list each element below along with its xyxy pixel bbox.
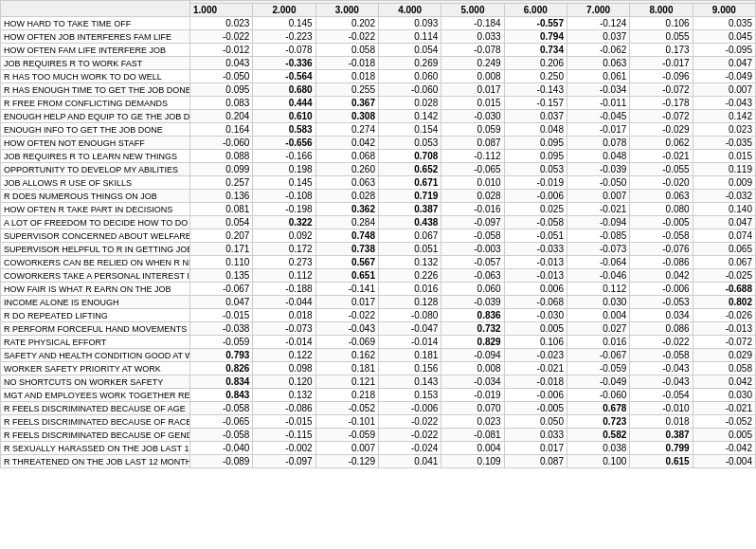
cell-value: 0.037 — [567, 30, 629, 44]
cell-value: -0.022 — [315, 309, 378, 322]
cell-value: -0.020 — [630, 176, 693, 190]
cell-value: 0.181 — [315, 362, 378, 375]
cell-value: 0.173 — [630, 44, 693, 57]
row-label: HOW HARD TO TAKE TIME OFF — [1, 17, 190, 30]
cell-value: 0.087 — [441, 137, 504, 150]
cell-value: 0.198 — [253, 163, 315, 176]
row-label: JOB REQUIRES R TO WORK FAST — [1, 57, 190, 70]
cell-value: 0.007 — [567, 190, 629, 203]
cell-value: -0.011 — [567, 97, 629, 110]
cell-value: -0.557 — [504, 17, 567, 30]
table-row: JOB ALLOWS R USE OF SKILLS0.2570.1450.06… — [1, 176, 756, 190]
cell-value: 0.034 — [630, 309, 693, 322]
cell-value: -0.058 — [441, 229, 504, 243]
cell-value: 0.145 — [253, 176, 315, 190]
cell-value: -0.067 — [190, 283, 253, 296]
cell-value: -0.058 — [630, 349, 693, 362]
cell-value: 0.025 — [504, 203, 567, 216]
cell-value: -0.021 — [567, 203, 629, 216]
cell-value: 0.048 — [567, 150, 629, 163]
cell-value: -0.073 — [253, 322, 315, 336]
cell-value: -0.336 — [253, 57, 315, 70]
component-col-header: 5.000 — [441, 4, 504, 17]
cell-value: 0.033 — [504, 429, 567, 442]
cell-value: 0.042 — [693, 375, 755, 389]
cell-value: 0.154 — [378, 123, 441, 137]
cell-value: 0.007 — [693, 83, 755, 97]
table-row: INCOME ALONE IS ENOUGH0.047-0.0440.0170.… — [1, 296, 756, 309]
row-label: COWORKERS TAKE A PERSONAL INTEREST IN R — [1, 269, 190, 283]
cell-value: -0.184 — [441, 17, 504, 30]
cell-value: 0.063 — [630, 190, 693, 203]
table-row: COWORKERS CAN BE RELIED ON WHEN R NEEDS … — [1, 256, 756, 269]
cell-value: -0.042 — [693, 442, 755, 455]
component-table: 1.0002.0003.0004.0005.0006.0007.0008.000… — [0, 0, 756, 468]
cell-value: 0.038 — [567, 442, 629, 455]
cell-value: -0.094 — [441, 349, 504, 362]
cell-value: -0.096 — [630, 70, 693, 83]
cell-value: 0.035 — [693, 17, 755, 30]
cell-value: 0.387 — [630, 429, 693, 442]
row-label: R FEELS DISCRIMINATED BECAUSE OF RACE — [1, 415, 190, 429]
cell-value: -0.094 — [567, 216, 629, 229]
cell-value: 0.738 — [315, 243, 378, 256]
cell-value: 0.070 — [441, 402, 504, 415]
cell-value: 0.836 — [441, 309, 504, 322]
cell-value: -0.038 — [190, 322, 253, 336]
cell-value: -0.108 — [253, 190, 315, 203]
table-row: R FEELS DISCRIMINATED BECAUSE OF AGE-0.0… — [1, 402, 756, 415]
cell-value: -0.017 — [567, 123, 629, 137]
cell-value: -0.043 — [630, 362, 693, 375]
cell-value: -0.058 — [630, 229, 693, 243]
cell-value: 0.023 — [441, 415, 504, 429]
table-row: HOW OFTEN JOB INTERFERES FAM LIFE-0.022-… — [1, 30, 756, 44]
row-label: SUPERVISOR HELPFUL TO R IN GETTING JOB D… — [1, 243, 190, 256]
cell-value: -0.044 — [253, 296, 315, 309]
cell-value: -0.054 — [630, 389, 693, 402]
cell-value: 0.128 — [378, 296, 441, 309]
cell-value: 0.074 — [693, 229, 755, 243]
cell-value: 0.029 — [693, 349, 755, 362]
cell-value: 0.088 — [190, 150, 253, 163]
row-label: INCOME ALONE IS ENOUGH — [1, 296, 190, 309]
cell-value: 0.748 — [315, 229, 378, 243]
cell-value: 0.143 — [378, 375, 441, 389]
cell-value: 0.202 — [315, 17, 378, 30]
cell-value: 0.017 — [504, 442, 567, 455]
cell-value: 0.112 — [253, 269, 315, 283]
cell-value: -0.006 — [504, 190, 567, 203]
cell-value: -0.045 — [567, 110, 629, 123]
component-col-header: 3.000 — [315, 4, 378, 17]
cell-value: 0.156 — [378, 362, 441, 375]
cell-value: 0.054 — [378, 44, 441, 57]
row-label: JOB REQUIRES R TO LEARN NEW THINGS — [1, 150, 190, 163]
component-col-header: 2.000 — [253, 4, 315, 17]
cell-value: -0.052 — [315, 402, 378, 415]
cell-value: -0.049 — [693, 70, 755, 83]
cell-value: 0.164 — [190, 123, 253, 137]
row-label: ENOUGH INFO TO GET THE JOB DONE — [1, 123, 190, 137]
cell-value: 0.033 — [441, 30, 504, 44]
cell-value: -0.022 — [378, 429, 441, 442]
table-row: R PERFORM FORCEFUL HAND MOVEMENTS-0.038-… — [1, 322, 756, 336]
cell-value: 0.023 — [190, 17, 253, 30]
cell-value: 0.615 — [630, 455, 693, 468]
table-row: SUPERVISOR HELPFUL TO R IN GETTING JOB D… — [1, 243, 756, 256]
cell-value: -0.039 — [567, 163, 629, 176]
table-row: RATE PHYSICAL EFFORT-0.059-0.014-0.069-0… — [1, 336, 756, 349]
cell-value: -0.015 — [253, 415, 315, 429]
row-label: R FEELS DISCRIMINATED BECAUSE OF AGE — [1, 402, 190, 415]
cell-value: 0.826 — [190, 362, 253, 375]
cell-value: 0.004 — [567, 309, 629, 322]
cell-value: -0.656 — [253, 137, 315, 150]
cell-value: 0.114 — [378, 30, 441, 44]
row-label: SUPERVISOR CONCERNED ABOUT WELFARE — [1, 229, 190, 243]
cell-value: 0.095 — [504, 150, 567, 163]
cell-value: 0.053 — [504, 163, 567, 176]
cell-value: 0.007 — [315, 442, 378, 455]
table-row: R DOES NUMEROUS THINGS ON JOB0.136-0.108… — [1, 190, 756, 203]
cell-value: 0.062 — [630, 137, 693, 150]
cell-value: -0.065 — [441, 163, 504, 176]
cell-value: 0.095 — [504, 137, 567, 150]
row-label: R DO REPEATED LIFTING — [1, 309, 190, 322]
